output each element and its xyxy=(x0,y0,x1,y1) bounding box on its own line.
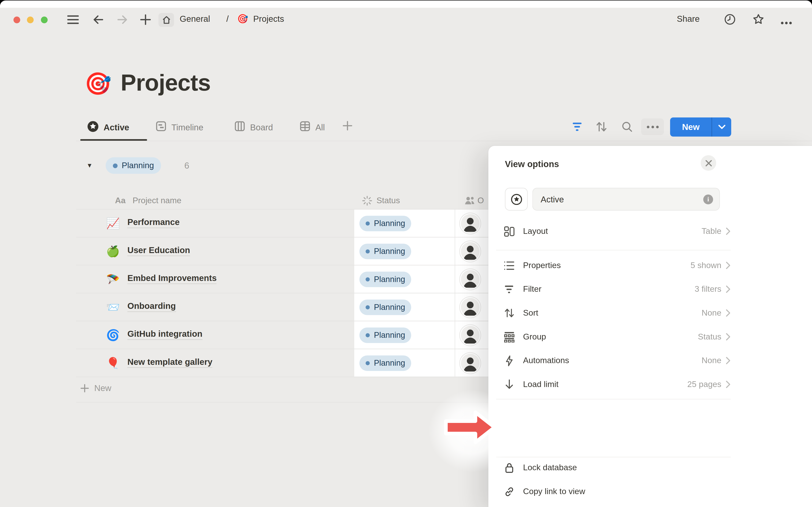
view-icon-button[interactable] xyxy=(505,188,528,211)
chevron-right-icon xyxy=(725,227,730,235)
row-page-link[interactable]: User Education xyxy=(127,245,190,256)
row-page-link[interactable]: Onboarding xyxy=(127,301,176,312)
panel-divider xyxy=(496,250,730,250)
row-page-icon: 🍏 xyxy=(106,246,120,257)
status-label: Planning xyxy=(374,358,405,368)
column-header-owner[interactable]: O xyxy=(477,196,487,205)
new-page-icon[interactable] xyxy=(140,14,151,27)
minimize-window-button[interactable] xyxy=(27,16,34,23)
row-page-link[interactable]: New template gallery xyxy=(127,357,212,368)
menu-item-filter[interactable]: Filter 3 filters xyxy=(496,277,730,301)
breadcrumb-workspace[interactable]: General xyxy=(180,14,210,24)
status-badge[interactable]: Planning xyxy=(359,272,411,287)
close-icon[interactable] xyxy=(701,155,716,171)
chevron-right-icon xyxy=(725,261,730,270)
status-dot xyxy=(366,361,370,365)
owner-avatar[interactable] xyxy=(461,242,479,261)
back-icon[interactable] xyxy=(93,14,104,27)
add-view-icon[interactable] xyxy=(342,120,353,133)
filter-icon xyxy=(503,285,515,294)
down-arrow-icon xyxy=(503,379,515,390)
chevron-right-icon xyxy=(725,333,730,341)
more-options-icon[interactable] xyxy=(779,17,792,26)
table-row[interactable]: 📈 Performance Planning xyxy=(0,210,497,237)
menu-label: Sort xyxy=(523,308,701,318)
menu-label: Layout xyxy=(523,227,701,236)
group-status-badge[interactable]: Planning xyxy=(106,157,161,174)
sort-icon[interactable] xyxy=(596,121,607,134)
row-page-icon: 🪂 xyxy=(106,274,120,285)
tab-board[interactable]: Board xyxy=(234,121,273,134)
status-badge[interactable]: Planning xyxy=(359,355,411,371)
active-view-icon xyxy=(87,121,99,134)
column-header-project-name[interactable]: Project name xyxy=(133,196,182,205)
properties-icon xyxy=(503,261,515,270)
text-property-icon: Aa xyxy=(115,196,125,205)
menu-label: Automations xyxy=(523,356,701,365)
table-row[interactable]: 🍏 User Education Planning xyxy=(0,237,497,265)
info-icon[interactable]: i xyxy=(703,194,713,204)
row-page-link[interactable]: GitHub integration xyxy=(127,329,202,340)
search-icon[interactable] xyxy=(621,121,633,134)
table-new-row-button[interactable]: New xyxy=(80,383,111,393)
owner-avatar[interactable] xyxy=(461,270,479,289)
row-page-icon: 📈 xyxy=(106,218,120,229)
table-row[interactable]: 📨 Onboarding Planning xyxy=(0,293,497,321)
favorite-star-icon[interactable] xyxy=(752,13,765,28)
owner-avatar[interactable] xyxy=(461,298,479,317)
forward-icon[interactable] xyxy=(116,14,128,27)
table-row[interactable]: 🌀 GitHub integration Planning xyxy=(0,321,497,349)
column-header-status[interactable]: Status xyxy=(376,196,400,205)
menu-item-automations[interactable]: Automations None xyxy=(496,349,730,373)
menu-item-copy-link[interactable]: Copy link to view xyxy=(496,480,730,503)
traffic-lights xyxy=(13,16,52,25)
view-name-input[interactable]: Active i xyxy=(532,188,720,211)
status-label: Planning xyxy=(374,247,405,256)
filter-icon[interactable] xyxy=(572,122,582,133)
person-property-icon xyxy=(464,195,475,208)
menu-item-layout[interactable]: Layout Table xyxy=(496,219,730,243)
home-icon[interactable] xyxy=(158,13,174,27)
group-collapse-triangle-icon[interactable]: ▼ xyxy=(87,162,93,169)
zoom-window-button[interactable] xyxy=(41,16,48,23)
new-dropdown-button[interactable] xyxy=(712,117,731,137)
owner-avatar[interactable] xyxy=(461,354,479,373)
table-row[interactable]: 🎈 New template gallery Planning xyxy=(0,349,497,377)
menu-value: None xyxy=(702,308,721,318)
menu-item-lock-database[interactable]: Lock database xyxy=(496,456,730,480)
active-tab-underline xyxy=(80,139,147,141)
board-view-icon xyxy=(234,121,246,134)
link-icon xyxy=(503,486,515,497)
view-settings-ellipsis-button[interactable] xyxy=(641,118,664,135)
menu-item-group[interactable]: Group Status xyxy=(496,325,730,349)
menu-label: Group xyxy=(523,332,698,341)
app-window: General / 🎯 Projects Share 🎯 Projects Ac… xyxy=(0,0,812,507)
table-row[interactable]: 🪂 Embed Improvements Planning xyxy=(0,265,497,293)
menu-item-load-limit[interactable]: Load limit 25 pages xyxy=(496,373,730,396)
history-clock-icon[interactable] xyxy=(724,13,736,27)
row-page-link[interactable]: Performance xyxy=(127,217,180,228)
window-top-strip xyxy=(0,0,812,8)
row-page-link[interactable]: Embed Improvements xyxy=(127,273,216,284)
menu-item-properties[interactable]: Properties 5 shown xyxy=(496,253,730,277)
menu-item-sort[interactable]: Sort None xyxy=(496,301,730,325)
status-badge[interactable]: Planning xyxy=(359,216,411,231)
status-badge[interactable]: Planning xyxy=(359,243,411,259)
status-dot xyxy=(366,221,370,226)
tab-all[interactable]: All xyxy=(299,121,325,134)
status-badge[interactable]: Planning xyxy=(359,327,411,343)
tab-timeline[interactable]: Timeline xyxy=(155,121,203,134)
status-badge[interactable]: Planning xyxy=(359,299,411,315)
owner-avatar[interactable] xyxy=(461,326,479,345)
share-button[interactable]: Share xyxy=(677,14,700,24)
new-button[interactable]: New xyxy=(670,117,712,137)
owner-avatar[interactable] xyxy=(461,214,479,233)
sidebar-menu-icon[interactable] xyxy=(67,15,79,26)
menu-label: Filter xyxy=(523,285,695,294)
tab-active[interactable]: Active xyxy=(87,121,129,134)
close-window-button[interactable] xyxy=(13,16,20,23)
breadcrumb-page[interactable]: Projects xyxy=(253,14,284,24)
status-label: Planning xyxy=(374,219,405,228)
menu-label: Properties xyxy=(523,261,691,270)
status-dot xyxy=(366,333,370,337)
